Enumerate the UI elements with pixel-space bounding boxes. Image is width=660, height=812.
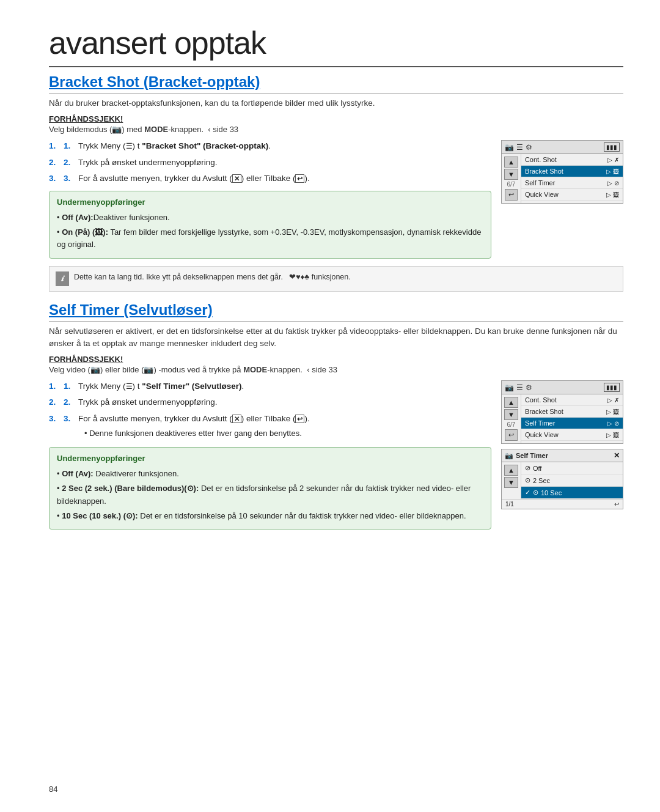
video-icon-inline: 📷: [90, 365, 100, 374]
self-timer-camera-widgets: 📷 ☰ ⚙ ▮▮▮ ▲ ▼ 6/7 ↩ Cont. Sh: [501, 380, 623, 530]
st-cam-back-btn[interactable]: ↩: [505, 429, 518, 441]
bracket-shot-steps-col: 1. Trykk Meny (☰) t "Bracket Shot" (Brac…: [49, 140, 491, 259]
page-number: 84: [49, 784, 57, 794]
st-cam-icon-photo: 📷: [505, 383, 514, 392]
row-icon: ▷ 🖼: [606, 432, 619, 438]
st-submenu-footer: 1/1 ↩: [502, 499, 623, 509]
st-step-1: 1. Trykk Meny (☰) t "Self Timer" (Selvut…: [49, 380, 491, 393]
st-row-off-label: Off: [533, 465, 541, 472]
cam-up-btn[interactable]: ▲: [504, 157, 518, 168]
st-cam-icon-gear: ⚙: [526, 383, 532, 392]
bracket-shot-section: Bracket Shot (Bracket-opptak) Når du bru…: [49, 73, 623, 292]
st-row-2sec: ⊙ 2 Sec: [521, 474, 623, 487]
bracket-camera-ui-col: 📷 ☰ ⚙ ▮▮▮ ▲ ▼ 6/7 ↩ Cont. Sh: [501, 140, 623, 259]
bracket-camera-widget: 📷 ☰ ⚙ ▮▮▮ ▲ ▼ 6/7 ↩ Cont. Sh: [501, 140, 623, 204]
st-submenu-header: 📷 Self Timer ✕: [502, 449, 623, 462]
row-icon: ▷ 🖼: [606, 408, 619, 415]
st-cam-nav-label: 6/7: [507, 421, 515, 428]
row-label: Bracket Shot: [525, 168, 563, 175]
st-submenu-controls: ▲ ▼: [502, 462, 521, 499]
step-3: 3. For å avslutte menyen, trykker du Avs…: [49, 172, 491, 185]
check-mark: ✓: [525, 489, 530, 496]
self-timer-content: 1. Trykk Meny (☰) t "Self Timer" (Selvut…: [49, 380, 623, 530]
bracket-shot-content: 1. Trykk Meny (☰) t "Bracket Shot" (Brac…: [49, 140, 623, 259]
st-row-10sec-label: 10 Sec: [541, 489, 562, 496]
row-icon: ▷ ⊘: [607, 420, 619, 427]
bracket-note-box: 𝒊 Dette kan ta lang tid. Ikke ytt på dek…: [49, 266, 623, 292]
st-cam-icon-menu: ☰: [516, 383, 523, 392]
step-num: 3.: [64, 172, 75, 185]
st-step-3-subitems: Denne funksjonen deaktiveres etter hver …: [78, 427, 310, 440]
cam-row-cont-shot: Cont. Shot ▷ ✗: [521, 154, 623, 166]
st-header-cam: 📷: [505, 452, 513, 460]
st-cam-header: 📷 ☰ ⚙ ▮▮▮: [502, 381, 623, 394]
row-label: Cont. Shot: [525, 396, 557, 404]
step-num: 2.: [64, 396, 75, 408]
st-submenu-rows: ⊘ Off ⊙ 2 Sec ✓ ⊙ 10 Sec: [521, 462, 623, 499]
note-text: Dette kan ta lang tid. Ikke ytt på dekse…: [74, 271, 351, 283]
st-row-10sec: ✓ ⊙ 10 Sec: [521, 487, 623, 499]
step-num: 2.: [64, 157, 75, 169]
cam-menu-list: Cont. Shot ▷ ✗ Bracket Shot ▷ 🖼 Self Tim…: [521, 154, 623, 203]
self-timer-camera-widget: 📷 ☰ ⚙ ▮▮▮ ▲ ▼ 6/7 ↩ Cont. Sh: [501, 380, 623, 444]
st-step-3-content: For å avslutte menyen, trykker du Avslut…: [78, 413, 310, 441]
st-cam-row-quick-view: Quick View ▷ 🖼: [521, 429, 623, 441]
bracket-submenu-list: Off (Av):Deaktiver funksjonen. On (På) (…: [57, 212, 483, 251]
step-1-text: Trykk Meny (☰) t "Bracket Shot" (Bracket…: [78, 140, 271, 152]
st-row-2sec-label: 2 Sec: [533, 477, 550, 484]
self-timer-submenu-title: Undermenyoppføringer: [57, 452, 483, 465]
self-timer-desc: Når selvutløseren er aktivert, er det en…: [49, 325, 623, 350]
st-sub-up-btn[interactable]: ▲: [504, 465, 518, 476]
row-label: Bracket Shot: [525, 408, 563, 415]
st-row-off-icon: ⊘: [525, 464, 530, 472]
cam-icon-inline: 📷: [112, 125, 122, 134]
cam-header: 📷 ☰ ⚙ ▮▮▮: [502, 141, 623, 154]
bracket-submenu-title: Undermenyoppføringer: [57, 196, 483, 209]
row-label: Self Timer: [525, 179, 556, 186]
self-timer-steps-col: 1. Trykk Meny (☰) t "Self Timer" (Selvut…: [49, 380, 491, 530]
page-title: avansert opptak: [49, 24, 623, 67]
bracket-shot-title: Bracket Shot (Bracket-opptak): [49, 73, 623, 94]
st-cam-body: ▲ ▼ 6/7 ↩ Cont. Shot ▷ ✗ Bracket Shot ▷ …: [502, 394, 623, 443]
st-cam-row-self-timer: Self Timer ▷ ⊘: [521, 418, 623, 429]
self-timer-submenu-widget: 📷 Self Timer ✕ ▲ ▼ ⊘ Off: [501, 449, 623, 509]
note-icon: 𝒊: [56, 271, 69, 286]
self-timer-prereq-label: FORHÅNDSSJEKK!: [49, 355, 623, 364]
st-step-3-text: For å avslutte menyen, trykker du Avslut…: [78, 414, 310, 423]
self-timer-submenu-list: Off (Av): Deaktiverer funksjonen. 2 Sec …: [57, 468, 483, 522]
self-timer-title: Self Timer (Selvutløser): [49, 301, 623, 322]
cam-icon-menu: ☰: [516, 143, 523, 152]
row-label: Cont. Shot: [525, 156, 557, 163]
bracket-shot-desc: Når du bruker bracket-opptaksfunksjonen,…: [49, 97, 623, 109]
step-1: 1. Trykk Meny (☰) t "Bracket Shot" (Brac…: [49, 140, 491, 152]
row-label: Quick View: [525, 431, 559, 438]
step-num: 1.: [64, 140, 75, 152]
row-icon: ▷ 🖼: [606, 191, 619, 198]
cam-back-btn[interactable]: ↩: [505, 189, 518, 201]
cam-body: ▲ ▼ 6/7 ↩ Cont. Shot ▷ ✗ Bracket Shot ▷ …: [502, 154, 623, 203]
st-sub-down-btn[interactable]: ▼: [504, 477, 518, 488]
self-timer-section: Self Timer (Selvutløser) Når selvutløser…: [49, 301, 623, 530]
submenu-item-off: Off (Av):Deaktiver funksjonen.: [57, 212, 483, 224]
step-3-text: For å avslutte menyen, trykker du Avslut…: [78, 172, 310, 185]
st-cam-controls: ▲ ▼ 6/7 ↩: [502, 394, 521, 443]
st-step-2: 2. Trykk på ønsket undermenyoppføring.: [49, 396, 491, 408]
cam-controls: ▲ ▼ 6/7 ↩: [502, 154, 521, 203]
st-header-title: Self Timer: [516, 452, 548, 459]
bracket-shot-steps: 1. Trykk Meny (☰) t "Bracket Shot" (Brac…: [49, 140, 491, 185]
st-cam-down-btn[interactable]: ▼: [504, 409, 518, 420]
st-back-btn[interactable]: ↩: [614, 501, 619, 508]
self-timer-steps: 1. Trykk Meny (☰) t "Self Timer" (Selvut…: [49, 380, 491, 441]
st-submenu-close[interactable]: ✕: [614, 451, 620, 460]
st-submenu-2sec: 2 Sec (2 sek.) (Bare bildemodus)(⊙): Det…: [57, 482, 483, 508]
st-cam-up-btn[interactable]: ▲: [504, 397, 518, 408]
st-battery-icon: ▮▮▮: [604, 383, 620, 392]
step-2: 2. Trykk på ønsket undermenyoppføring.: [49, 157, 491, 169]
bracket-submenu-box: Undermenyoppføringer Off (Av):Deaktiver …: [49, 191, 491, 259]
cam-down-btn[interactable]: ▼: [504, 169, 518, 180]
mode-bold-2: MODE: [243, 365, 267, 374]
cam-row-bracket-shot: Bracket Shot ▷ 🖼: [521, 166, 623, 177]
cam-row-self-timer: Self Timer ▷ ⊘: [521, 177, 623, 189]
submenu-item-on: On (På) (🖼): Tar fem bilder med forskjel…: [57, 226, 483, 252]
cam-icon-photo: 📷: [505, 143, 514, 152]
